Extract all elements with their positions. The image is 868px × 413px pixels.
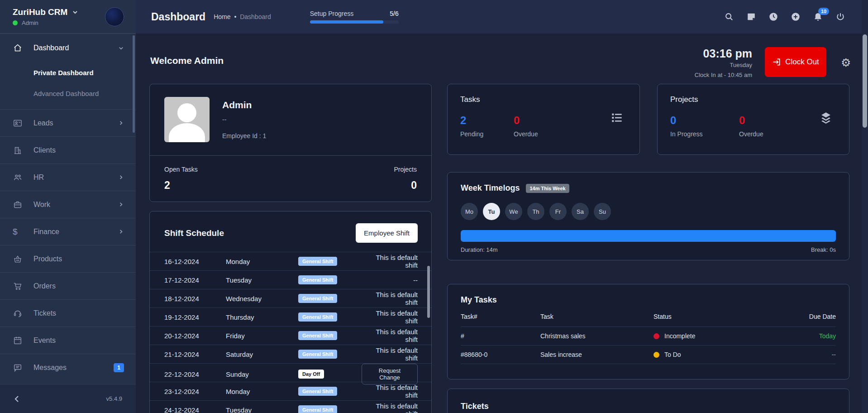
breadcrumb-current: Dashboard: [240, 13, 271, 20]
shift-badge: General Shift: [298, 312, 337, 322]
chevron-right-icon: [118, 120, 124, 126]
projects-value: 0: [394, 179, 417, 192]
shift-day: Sunday: [226, 370, 298, 378]
chevron-right-icon: [118, 174, 124, 180]
sidebar-item-advanced-dashboard[interactable]: Advanced Dashboard: [0, 83, 136, 104]
shift-table-scrollbar[interactable]: [427, 266, 430, 318]
sidebar-scrollbar[interactable]: [133, 35, 135, 133]
tasks-overdue-count: 0: [514, 114, 567, 127]
notifications-bell-icon[interactable]: 10: [813, 12, 823, 22]
topbar: Dashboard Home • Dashboard Setup Progres…: [136, 0, 868, 34]
power-icon[interactable]: [835, 12, 845, 22]
breadcrumb-home[interactable]: Home: [214, 13, 230, 20]
shift-row: 21-12-2024 Saturday General Shift This i…: [150, 345, 431, 363]
sidebar-item-label: Orders: [33, 282, 124, 290]
notes-icon[interactable]: [746, 12, 756, 22]
sidebar-item-dashboard[interactable]: Dashboard: [0, 34, 136, 62]
sidebar-item-hr[interactable]: HR: [0, 163, 136, 191]
shift-day: Thursday: [226, 313, 298, 321]
sidebar-item-label: Tickets: [33, 309, 124, 317]
shift-row: 20-12-2024 Friday General Shift This is …: [150, 326, 431, 345]
my-tasks-title: My Tasks: [461, 295, 836, 305]
projects-inprogress-count: 0: [670, 114, 739, 127]
shift-schedule-title: Shift Schedule: [164, 228, 224, 238]
shift-row: 18-12-2024 Wednesday General Shift This …: [150, 289, 431, 307]
notification-count-badge: 10: [818, 8, 829, 15]
collapse-sidebar-button[interactable]: [14, 395, 21, 403]
headset-icon: [13, 308, 24, 318]
sidebar-item-label: Leads: [33, 119, 118, 127]
shift-row: 19-12-2024 Thursday General Shift This i…: [150, 307, 431, 326]
add-icon[interactable]: [791, 12, 801, 22]
clock-in-time: Clock In at - 10:45 am: [695, 72, 752, 78]
shift-date: 20-12-2024: [164, 332, 226, 340]
day-tu[interactable]: Tu: [483, 203, 500, 220]
shift-badge: General Shift: [298, 275, 337, 284]
home-icon: [13, 43, 24, 53]
sidebar-item-label: Dashboard: [33, 44, 118, 52]
shift-day: Friday: [226, 332, 298, 340]
shift-date: 16-12-2024: [164, 258, 226, 265]
sidebar-item-events[interactable]: Events: [0, 327, 136, 354]
day-su[interactable]: Su: [594, 203, 611, 220]
messages-count-badge: 1: [114, 363, 124, 372]
sidebar-item-messages[interactable]: Messages 1: [0, 354, 136, 381]
welcome-heading: Welcome Admin: [150, 55, 224, 66]
day-we[interactable]: We: [505, 203, 522, 220]
setup-progress-fill: [310, 20, 384, 24]
break-label: Break: 0s: [811, 246, 836, 253]
shift-date: 22-12-2024: [164, 370, 226, 378]
status-dot-red: [653, 333, 659, 339]
sidebar-item-finance[interactable]: $ Finance: [0, 218, 136, 245]
employee-shift-button[interactable]: Employee Shift: [356, 223, 418, 243]
sidebar-item-label: Products: [33, 255, 124, 263]
sidebar-item-private-dashboard[interactable]: Private Dashboard: [0, 62, 136, 83]
page-scrollbar-track[interactable]: [862, 0, 868, 413]
shift-note: This is default shift: [362, 402, 418, 413]
sidebar-item-label: Messages: [33, 364, 109, 372]
clock-icon[interactable]: [768, 12, 778, 22]
sidebar-item-clients[interactable]: Clients: [0, 136, 136, 163]
sidebar-item-work[interactable]: Work: [0, 191, 136, 218]
shift-day: Monday: [226, 388, 298, 395]
shift-row: 24-12-2024 Tuesday General Shift This is…: [150, 400, 431, 413]
day-mo[interactable]: Mo: [461, 203, 478, 220]
divider: [461, 364, 836, 364]
task-due: Today: [782, 332, 836, 340]
shift-date: 19-12-2024: [164, 313, 226, 321]
search-icon[interactable]: [724, 12, 734, 22]
workspace-switcher[interactable]: ZuriHub CRM Admin: [0, 0, 136, 34]
projects-overdue-label: Overdue: [739, 130, 792, 138]
company-logo-avatar[interactable]: [105, 7, 124, 26]
shift-day: Tuesday: [226, 406, 298, 413]
profile-name: Admin: [222, 100, 266, 110]
online-status-dot: [13, 20, 18, 25]
shift-badge: General Shift: [298, 387, 337, 396]
day-th[interactable]: Th: [527, 203, 544, 220]
chevron-right-icon: [118, 202, 124, 207]
day-fr[interactable]: Fr: [549, 203, 567, 220]
gear-icon[interactable]: ⚙: [841, 56, 851, 69]
request-change-button[interactable]: Request Change: [362, 364, 418, 384]
task-status: Incomplete: [664, 332, 695, 340]
tasks-overdue-label: Overdue: [514, 130, 567, 138]
exit-icon: [772, 58, 781, 67]
task-row[interactable]: # Christmas sales Incomplete Today: [461, 327, 836, 345]
sidebar-item-tickets[interactable]: Tickets: [0, 299, 136, 327]
clock-out-label: Clock Out: [785, 58, 819, 67]
sidebar-item-products[interactable]: Products: [0, 245, 136, 272]
setup-progress: Setup Progress 5/6: [310, 10, 399, 24]
day-sa[interactable]: Sa: [572, 203, 589, 220]
task-row[interactable]: #88680-0 Sales increase To Do --: [461, 345, 836, 364]
clock-out-button[interactable]: Clock Out: [765, 47, 826, 77]
breadcrumb-separator: •: [234, 13, 236, 20]
task-name: Sales increase: [540, 351, 653, 358]
sidebar-item-leads[interactable]: Leads: [0, 109, 136, 136]
page-scrollbar-thumb[interactable]: [863, 34, 867, 128]
shift-badge: General Shift: [298, 350, 337, 359]
shift-date: 23-12-2024: [164, 388, 226, 395]
tickets-card: Tickets: [447, 389, 849, 413]
setup-progress-label: Setup Progress: [310, 10, 354, 17]
col-task-id: Task#: [461, 313, 540, 320]
sidebar-item-orders[interactable]: Orders: [0, 272, 136, 299]
